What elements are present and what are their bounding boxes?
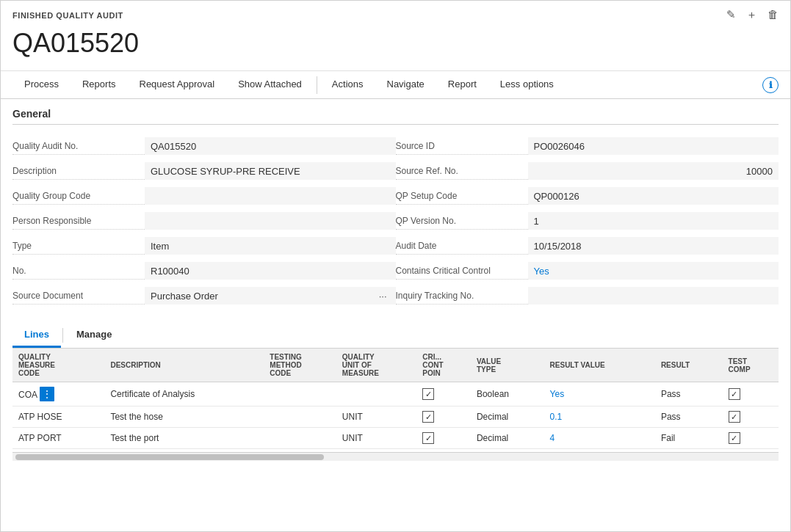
page-title: QA015520: [12, 22, 779, 68]
value-source-doc[interactable]: Purchase Order ···: [145, 287, 396, 305]
table-row: COA ⋮ Certificate of Analysis Boolean Ye…: [12, 382, 779, 407]
cell-code-coa: COA ⋮: [12, 382, 104, 407]
cell-vtype-coa: Boolean: [471, 382, 544, 407]
value-source-ref[interactable]: 10000: [528, 162, 779, 180]
cell-tcomp-coa: [723, 382, 779, 407]
page-title-small: FINISHED QUALITY AUDIT: [12, 11, 123, 20]
page-header: FINISHED QUALITY AUDIT ✎ ＋ 🗑 QA015520: [1, 1, 790, 71]
value-type[interactable]: Item: [145, 237, 396, 255]
cell-rvalue-coa[interactable]: Yes: [544, 382, 655, 407]
label-audit-date: Audit Date: [396, 237, 528, 255]
value-inquiry-tracking[interactable]: [528, 287, 779, 305]
table-header-row: QUALITYMEASURECODE DESCRIPTION TESTINGME…: [12, 349, 779, 382]
toolbar-navigate[interactable]: Navigate: [375, 71, 436, 98]
source-doc-dots-button[interactable]: ···: [376, 291, 390, 302]
tcomp-checkbox-port[interactable]: [729, 432, 740, 444]
cell-uom-port: UNIT: [336, 428, 417, 449]
lines-section: Lines Manage QUALITYMEASURECODE DESCRIPT…: [12, 323, 779, 461]
form-row-quality-group: Quality Group Code: [12, 183, 396, 208]
delete-icon[interactable]: 🗑: [767, 8, 779, 22]
cell-uom-hose: UNIT: [336, 407, 417, 428]
toolbar-show-attached[interactable]: Show Attached: [226, 71, 314, 98]
code-text-coa: COA: [18, 390, 37, 400]
col-header-tcomp: TESTCOMP: [723, 349, 779, 382]
label-critical-control: Contains Critical Control: [396, 262, 528, 280]
label-type: Type: [12, 237, 145, 255]
col-header-tmc: TESTINGMETHODCODE: [264, 349, 336, 382]
crit-checkbox-port[interactable]: [422, 432, 434, 444]
value-qp-version[interactable]: 1: [528, 212, 779, 230]
cell-code-hose: ATP HOSE: [12, 407, 104, 428]
toolbar: Process Reports Request Approval Show At…: [1, 71, 790, 99]
form-row-qp-version: QP Version No. 1: [396, 208, 779, 233]
label-source-ref: Source Ref. No.: [396, 162, 528, 180]
value-person-responsible[interactable]: [145, 212, 396, 230]
cell-result-port: Fail: [655, 428, 723, 449]
toolbar-process[interactable]: Process: [12, 71, 71, 98]
edit-icon[interactable]: ✎: [726, 8, 736, 22]
col-header-vtype: VALUETYPE: [471, 349, 544, 382]
value-audit-no[interactable]: QA015520: [145, 137, 396, 155]
main-content: General Quality Audit No. QA015520 Descr…: [1, 99, 790, 531]
form-row-type: Type Item: [12, 233, 396, 258]
form-row-inquiry-tracking: Inquiry Tracking No.: [396, 283, 779, 308]
value-audit-date[interactable]: 10/15/2018: [528, 237, 779, 255]
value-quality-group[interactable]: [145, 187, 396, 205]
tab-lines[interactable]: Lines: [12, 323, 61, 348]
info-icon[interactable]: ℹ: [762, 77, 779, 93]
cell-tmc-hose: [264, 407, 336, 428]
value-no[interactable]: R100040: [145, 262, 396, 280]
value-description[interactable]: GLUCOSE SYRUP-PRE RECEIVE: [145, 162, 396, 180]
cell-tmc-port: [264, 428, 336, 449]
cell-desc-hose: Test the hose: [104, 407, 264, 428]
crit-checkbox-hose[interactable]: [422, 411, 434, 423]
form-left-col: Quality Audit No. QA015520 Description G…: [12, 134, 396, 308]
table-row: ATP PORT Test the port UNIT Decimal 4 Fa…: [12, 428, 779, 449]
add-icon[interactable]: ＋: [746, 8, 757, 22]
cell-uom-coa: [336, 382, 417, 407]
col-header-result: RESULT: [655, 349, 723, 382]
row-menu-btn-coa[interactable]: ⋮: [40, 387, 54, 401]
cell-desc-coa: Certificate of Analysis: [104, 382, 264, 407]
cell-desc-port: Test the port: [104, 428, 264, 449]
label-inquiry-tracking: Inquiry Tracking No.: [396, 287, 528, 305]
page-container: FINISHED QUALITY AUDIT ✎ ＋ 🗑 QA015520 Pr…: [0, 0, 791, 532]
col-header-crit: CRI...CONTPOIN: [416, 349, 471, 382]
tcomp-checkbox-coa[interactable]: [729, 388, 740, 400]
toolbar-actions[interactable]: Actions: [320, 71, 375, 98]
form-row-no: No. R100040: [12, 258, 396, 283]
form-row-source-id: Source ID PO0026046: [396, 134, 779, 158]
form-row-description: Description GLUCOSE SYRUP-PRE RECEIVE: [12, 158, 396, 183]
scrollbar-area: [12, 452, 779, 461]
cell-crit-coa: [416, 382, 471, 407]
cell-rvalue-hose[interactable]: 0.1: [544, 407, 655, 428]
scrollbar-thumb[interactable]: [15, 454, 324, 460]
form-row-audit-date: Audit Date 10/15/2018: [396, 233, 779, 258]
label-source-id: Source ID: [396, 137, 528, 155]
cell-result-hose: Pass: [655, 407, 723, 428]
form-row-critical-control: Contains Critical Control Yes: [396, 258, 779, 283]
section-general-title: General: [12, 99, 779, 125]
label-no: No.: [12, 262, 145, 280]
cell-rvalue-port[interactable]: 4: [544, 428, 655, 449]
cell-code-port: ATP PORT: [12, 428, 104, 449]
value-qp-setup[interactable]: QP000126: [528, 187, 779, 205]
tcomp-checkbox-hose[interactable]: [729, 411, 740, 423]
crit-checkbox-coa[interactable]: [422, 388, 434, 400]
form-row-person-responsible: Person Responsible: [12, 208, 396, 233]
tab-manage[interactable]: Manage: [65, 323, 123, 348]
value-source-id[interactable]: PO0026046: [528, 137, 779, 155]
toolbar-request-approval[interactable]: Request Approval: [128, 71, 227, 98]
cell-vtype-port: Decimal: [471, 428, 544, 449]
cell-vtype-hose: Decimal: [471, 407, 544, 428]
col-header-quom: QUALITYUNIT OFMEASURE: [336, 349, 417, 382]
toolbar-less-options[interactable]: Less options: [488, 71, 566, 98]
cell-crit-hose: [416, 407, 471, 428]
toolbar-report[interactable]: Report: [436, 71, 488, 98]
value-critical-control[interactable]: Yes: [528, 262, 779, 280]
toolbar-separator: [317, 76, 317, 94]
form-row-audit-no: Quality Audit No. QA015520: [12, 134, 396, 158]
table-row: ATP HOSE Test the hose UNIT Decimal 0.1 …: [12, 407, 779, 428]
col-header-qmc: QUALITYMEASURECODE: [12, 349, 104, 382]
toolbar-reports[interactable]: Reports: [71, 71, 128, 98]
